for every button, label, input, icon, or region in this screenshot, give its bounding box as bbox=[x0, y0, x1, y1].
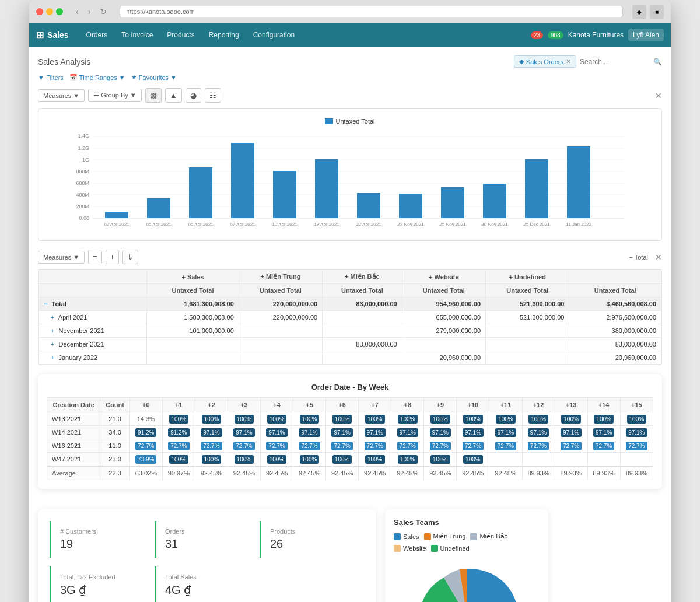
cohort-cell: 91.2% bbox=[162, 426, 195, 439]
legend-mien-trung: Miền Trung bbox=[424, 533, 466, 540]
pivot-equals-button[interactable]: = bbox=[88, 250, 102, 264]
cohort-cell: 72.7% bbox=[261, 439, 293, 453]
pivot-th-sales[interactable]: + Sales bbox=[147, 270, 239, 284]
notification-badge[interactable]: 23 bbox=[531, 32, 543, 39]
collapse-total-button[interactable]: − bbox=[44, 300, 47, 307]
expand-icon: + bbox=[181, 274, 185, 281]
cohort-cell: 100% bbox=[195, 453, 228, 467]
expand-november-button[interactable]: + bbox=[51, 327, 54, 334]
group-by-button[interactable]: ☰ Group By ▼ bbox=[88, 89, 141, 102]
pivot-label-april[interactable]: + April 2021 bbox=[39, 311, 147, 324]
remove-tag-button[interactable]: ✕ bbox=[566, 58, 571, 65]
cohort-cell: 97.1% bbox=[261, 426, 293, 439]
refresh-button[interactable]: ↻ bbox=[96, 6, 110, 18]
kpi-total-tax-excl-label: Total, Tax Excluded bbox=[60, 573, 146, 580]
minimize-dot[interactable] bbox=[46, 8, 53, 15]
chart-measures-bar: Measures ▼ ☰ Group By ▼ ▩ ▲ ◕ ☷ ✕ bbox=[38, 88, 662, 103]
extension-button[interactable]: ◆ bbox=[632, 5, 646, 19]
cohort-row-w14: W14 2021 34.0 91.2% 91.2% 97.1% 97.1% 97… bbox=[47, 426, 653, 439]
cohort-th-15: +15 bbox=[620, 398, 653, 412]
pivot-download-button[interactable]: ⇓ bbox=[123, 250, 138, 264]
cohort-th-5: +5 bbox=[293, 398, 326, 412]
cohort-cell bbox=[587, 453, 620, 467]
expand-january-button[interactable]: + bbox=[51, 354, 54, 361]
close-chart-button[interactable]: ✕ bbox=[655, 91, 662, 100]
nav-products[interactable]: Products bbox=[161, 26, 200, 44]
legend-undefined: Undefined bbox=[431, 545, 470, 552]
favourites-button[interactable]: ★ Favourites ▼ bbox=[131, 74, 177, 81]
pivot-cell: 83,000,000.00 bbox=[323, 298, 402, 311]
legend-website-label: Website bbox=[403, 545, 426, 552]
svg-rect-16 bbox=[105, 212, 128, 218]
kpi-total-sales-value: 4G ₫ bbox=[165, 583, 251, 597]
nav-reporting[interactable]: Reporting bbox=[203, 26, 245, 44]
pivot-cell bbox=[402, 338, 485, 351]
svg-text:23 Nov 2021: 23 Nov 2021 bbox=[397, 222, 424, 227]
pivot-sub-undefined-untaxed: Untaxed Total bbox=[486, 284, 569, 298]
cohort-avg-cell: 92.45% bbox=[489, 466, 522, 480]
close-pivot-button[interactable]: ✕ bbox=[655, 253, 662, 262]
svg-text:22 Apr 2021: 22 Apr 2021 bbox=[356, 222, 382, 227]
cohort-cell: 100% bbox=[489, 412, 522, 426]
pivot-label-december[interactable]: + December 2021 bbox=[39, 338, 147, 351]
cohort-cell: 72.7% bbox=[489, 439, 522, 453]
expand-dot[interactable] bbox=[56, 8, 63, 15]
pivot-measures-button[interactable]: Measures ▼ bbox=[38, 251, 85, 264]
cohort-th-6: +6 bbox=[326, 398, 359, 412]
pie-chart-button[interactable]: ◕ bbox=[186, 88, 201, 103]
kpi-products: Products 26 bbox=[260, 521, 365, 558]
legend-mienbac-label: Miền Bắc bbox=[480, 533, 508, 540]
nav-orders[interactable]: Orders bbox=[80, 26, 114, 44]
cohort-cell: 97.1% bbox=[391, 426, 424, 439]
table-view-button[interactable]: ☷ bbox=[205, 88, 221, 103]
close-dot[interactable] bbox=[36, 8, 43, 15]
pivot-th-mien-bac[interactable]: + Miền Bắc bbox=[323, 270, 402, 284]
line-chart-button[interactable]: ▲ bbox=[165, 88, 182, 103]
svg-text:19 Apr 2021: 19 Apr 2021 bbox=[314, 222, 340, 227]
svg-text:03 Apr 2021: 03 Apr 2021 bbox=[104, 222, 130, 227]
pivot-th-website[interactable]: + Website bbox=[402, 270, 485, 284]
expand-april-button[interactable]: + bbox=[51, 314, 54, 321]
pivot-th-mien-trung[interactable]: + Miền Trung bbox=[239, 270, 322, 284]
measures-button[interactable]: Measures ▼ bbox=[38, 89, 85, 102]
cohort-count-w14: 34.0 bbox=[100, 426, 130, 439]
kpi-customers: # Customers 19 bbox=[50, 521, 155, 558]
browser-nav: ‹ › ↻ bbox=[72, 6, 110, 18]
bar-chart: 1.4G 1.2G 1G 800M 600M 400M 200M 0.00 bbox=[47, 131, 653, 230]
cohort-cell: 97.1% bbox=[555, 426, 587, 439]
nav-invoice[interactable]: To Invoice bbox=[116, 26, 159, 44]
bar-chart-button[interactable]: ▩ bbox=[145, 88, 162, 103]
cohort-cell: 97.1% bbox=[522, 426, 555, 439]
cohort-avg-cell: 89.93% bbox=[522, 466, 555, 480]
kpi-orders: Orders 31 bbox=[155, 521, 260, 558]
pivot-add-button[interactable]: + bbox=[106, 250, 120, 264]
pivot-cell bbox=[486, 351, 569, 365]
back-button[interactable]: ‹ bbox=[72, 6, 82, 18]
filters-button[interactable]: ▼ Filters bbox=[38, 74, 64, 81]
cohort-cell: 100% bbox=[359, 412, 391, 426]
search-icon[interactable]: 🔍 bbox=[653, 58, 662, 66]
pivot-label-january[interactable]: + January 2022 bbox=[39, 351, 147, 365]
bookmark-button[interactable]: ■ bbox=[650, 5, 664, 19]
cohort-th-13: +13 bbox=[555, 398, 587, 412]
forward-button[interactable]: › bbox=[85, 6, 94, 18]
cohort-cell: 97.1% bbox=[293, 426, 326, 439]
svg-text:25 Dec 2021: 25 Dec 2021 bbox=[523, 222, 550, 227]
pivot-header-row-1: + Sales + Miền Trung + Miền Bắc + Websit… bbox=[39, 270, 662, 284]
cohort-cell: 97.1% bbox=[195, 426, 228, 439]
pivot-label-november[interactable]: + November 2021 bbox=[39, 324, 147, 338]
cohort-avg-row: Average 22.3 63.02% 90.97% 92.45% 92.45%… bbox=[47, 466, 653, 480]
expand-december-button[interactable]: + bbox=[51, 341, 54, 348]
url-bar[interactable] bbox=[120, 6, 623, 18]
browser-actions: ◆ ■ bbox=[632, 5, 664, 19]
pivot-sub-sales-untaxed: Untaxed Total bbox=[147, 284, 239, 298]
pivot-th-undefined[interactable]: + Undefined bbox=[486, 270, 569, 284]
cohort-th-8: +8 bbox=[391, 398, 424, 412]
nav-configuration[interactable]: Configuration bbox=[247, 26, 300, 44]
pivot-controls: Measures ▼ = + ⇓ − Total ✕ bbox=[38, 250, 662, 264]
time-ranges-button[interactable]: 📅 Time Ranges ▼ bbox=[69, 74, 125, 81]
kpi-products-value: 26 bbox=[270, 537, 356, 551]
legend-mien-bac: Miền Bắc bbox=[470, 533, 508, 540]
message-badge[interactable]: 903 bbox=[548, 32, 564, 39]
search-input[interactable] bbox=[580, 58, 650, 66]
